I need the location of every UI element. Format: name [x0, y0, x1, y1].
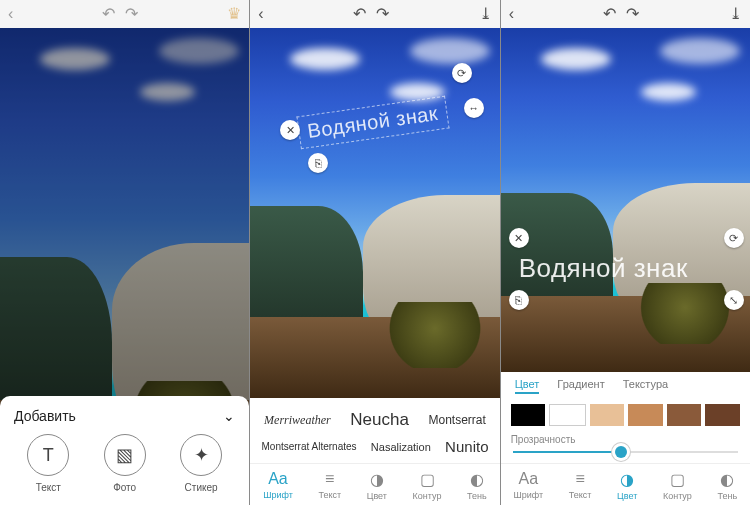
crown-icon[interactable]: ♛ — [227, 6, 241, 22]
screen-font: ‹ ↶ ↷ ⤓ Водяной знак ⟳ ✕ ↔ ⎘ Merriweathe… — [250, 0, 499, 505]
text-align-icon: ≡ — [575, 470, 584, 488]
resize-handle[interactable]: ⤡ — [724, 290, 744, 310]
back-icon[interactable]: ‹ — [258, 6, 263, 22]
font-panel: Merriweather Neucha Montserrat Montserra… — [250, 398, 499, 463]
tabbar: AaШрифт ≡Текст ◑Цвет ▢Контур ◐Тень — [501, 463, 750, 505]
font-icon: Aa — [268, 470, 288, 488]
back-icon[interactable]: ‹ — [8, 6, 13, 22]
rotate-handle[interactable]: ⟳ — [724, 228, 744, 248]
rotate-handle[interactable]: ⟳ — [452, 63, 472, 83]
screen-color: ‹ ↶ ↷ ⤓ Водяной знак ✕ ⟳ ⎘ ⤡ Цвет Градие… — [501, 0, 750, 505]
tab-font[interactable]: AaШрифт — [263, 470, 293, 501]
sheet-title: Добавить — [14, 408, 76, 424]
topbar: ‹ ↶ ↷ ⤓ — [501, 0, 750, 28]
delete-handle[interactable]: ✕ — [509, 228, 529, 248]
tab-shadow[interactable]: ◐Тень — [467, 470, 487, 501]
undo-icon[interactable]: ↶ — [102, 6, 115, 22]
outline-icon: ▢ — [670, 470, 685, 489]
undo-icon[interactable]: ↶ — [353, 6, 366, 22]
topbar: ‹ ↶ ↷ ⤓ — [250, 0, 499, 28]
color-panel: Цвет Градиент Текстура Прозрачность — [501, 372, 750, 463]
color-swatch[interactable] — [705, 404, 740, 426]
add-photo-label: Фото — [113, 482, 136, 493]
color-tab-gradient[interactable]: Градиент — [557, 378, 604, 394]
color-swatch[interactable] — [590, 404, 625, 426]
font-icon: Aa — [519, 470, 539, 488]
tab-font[interactable]: AaШрифт — [513, 470, 543, 501]
text-icon: T — [43, 445, 54, 466]
redo-icon[interactable]: ↷ — [626, 6, 639, 22]
download-icon[interactable]: ⤓ — [729, 6, 742, 22]
tab-color[interactable]: ◑Цвет — [367, 470, 387, 501]
font-option[interactable]: Nunito — [445, 438, 488, 455]
font-option[interactable]: Merriweather — [264, 413, 331, 428]
color-swatch[interactable] — [511, 404, 546, 426]
outline-icon: ▢ — [420, 470, 435, 489]
image-canvas[interactable]: Водяной знак ⟳ ✕ ↔ ⎘ — [250, 28, 499, 398]
add-sticker-label: Стикер — [185, 482, 218, 493]
screen-add: ‹ ↶ ↷ ♛ Добавить ⌄ T Текст ▧ Фото ✦ Стик… — [0, 0, 249, 505]
watermark-text[interactable]: Водяной знак — [519, 253, 688, 284]
add-photo-button[interactable]: ▧ Фото — [104, 434, 146, 493]
add-sheet: Добавить ⌄ T Текст ▧ Фото ✦ Стикер — [0, 396, 249, 505]
resize-handle[interactable]: ↔ — [464, 98, 484, 118]
undo-icon[interactable]: ↶ — [603, 6, 616, 22]
copy-handle[interactable]: ⎘ — [509, 290, 529, 310]
tab-text[interactable]: ≡Текст — [569, 470, 592, 501]
collapse-icon[interactable]: ⌄ — [223, 408, 235, 424]
font-option-selected[interactable]: Neucha — [350, 410, 409, 430]
font-option[interactable]: Montserrat — [429, 413, 486, 427]
opacity-slider[interactable] — [513, 451, 738, 453]
tab-outline[interactable]: ▢Контур — [663, 470, 692, 501]
color-swatch[interactable] — [667, 404, 702, 426]
add-sticker-button[interactable]: ✦ Стикер — [180, 434, 222, 493]
opacity-label: Прозрачность — [511, 434, 740, 445]
shadow-icon: ◐ — [470, 470, 484, 489]
color-icon: ◑ — [370, 470, 384, 489]
redo-icon[interactable]: ↷ — [125, 6, 138, 22]
topbar: ‹ ↶ ↷ ♛ — [0, 0, 249, 28]
tab-outline[interactable]: ▢Контур — [413, 470, 442, 501]
color-swatch[interactable] — [549, 404, 586, 426]
sticker-icon: ✦ — [194, 444, 209, 466]
shadow-icon: ◐ — [720, 470, 734, 489]
tab-shadow[interactable]: ◐Тень — [717, 470, 737, 501]
tab-text[interactable]: ≡Текст — [318, 470, 341, 501]
add-text-button[interactable]: T Текст — [27, 434, 69, 493]
text-align-icon: ≡ — [325, 470, 334, 488]
back-icon[interactable]: ‹ — [509, 6, 514, 22]
photo-icon: ▧ — [116, 444, 133, 466]
color-swatch[interactable] — [628, 404, 663, 426]
font-option[interactable]: Nasalization — [371, 441, 431, 453]
image-canvas[interactable]: Водяной знак ✕ ⟳ ⎘ ⤡ — [501, 28, 750, 372]
tab-color[interactable]: ◑Цвет — [617, 470, 637, 501]
swatch-row — [511, 404, 740, 426]
add-text-label: Текст — [36, 482, 61, 493]
font-option[interactable]: Montserrat Alternates — [261, 441, 356, 452]
tabbar: AaШрифт ≡Текст ◑Цвет ▢Контур ◐Тень — [250, 463, 499, 505]
color-tab-texture[interactable]: Текстура — [623, 378, 668, 394]
download-icon[interactable]: ⤓ — [479, 6, 492, 22]
color-tab-color[interactable]: Цвет — [515, 378, 540, 394]
color-icon: ◑ — [620, 470, 634, 489]
redo-icon[interactable]: ↷ — [376, 6, 389, 22]
